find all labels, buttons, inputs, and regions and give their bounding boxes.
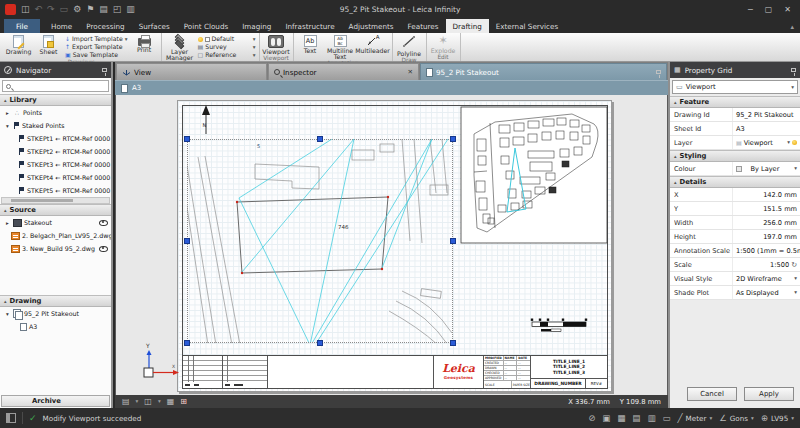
property-row-layer[interactable]: Layer ▤ Viewport ▾ — [670, 136, 800, 150]
ribbon-tab-point-clouds[interactable]: Point Clouds — [177, 19, 235, 33]
tab-view[interactable]: View — [116, 63, 267, 80]
survey-layer-row[interactable]: ▤ Survey ▾ — [198, 44, 256, 51]
tree-item-stkept4[interactable]: STKEPt4 ← RTCM-Ref 0000 (07/10/ — [0, 171, 111, 184]
grid-icon[interactable]: ▦ — [617, 413, 625, 423]
section-styling[interactable]: ▴ Styling — [670, 150, 800, 162]
chevron-down-icon[interactable]: ▾ — [158, 399, 161, 404]
source-item-newbuild-dwg[interactable]: 3. New_Build 95_2.dwg — [0, 242, 111, 255]
chevron-down-icon[interactable]: ▾ — [787, 140, 790, 145]
ribbon-tab-drafting[interactable]: Drafting — [446, 19, 489, 33]
viewport-handle-e[interactable] — [450, 238, 456, 244]
tree-item-staked-points[interactable]: ▾ Staked Points — [0, 119, 111, 132]
print-button[interactable]: Print — [131, 34, 158, 53]
apply-button[interactable]: Apply — [744, 387, 794, 401]
layer-manager-button[interactable]: Layer Manager — [165, 34, 195, 61]
property-row-shade-plot[interactable]: Shade Plot As Displayed ▾ — [670, 286, 800, 300]
tree-item-points[interactable]: ▸ ∴ Points — [0, 106, 111, 119]
tag-icon[interactable]: ⚑ — [86, 4, 94, 15]
viewport-handle-ne[interactable] — [450, 136, 456, 142]
a3-sheet[interactable]: N — [177, 100, 612, 392]
cancel-button[interactable]: Cancel — [687, 387, 737, 401]
multiline-text-button[interactable]: AbBc Multiline Text — [327, 34, 354, 60]
maximize-button[interactable]: ▢ — [765, 5, 773, 14]
chevron-down-icon[interactable]: ▾ — [794, 166, 797, 171]
drawing-item-stakeout[interactable]: ▾ 95_2 Pit Stakeout — [0, 307, 111, 320]
tab-inspector[interactable]: Inspector ✕ — [268, 63, 419, 80]
panel-toggle-icon[interactable] — [6, 413, 16, 423]
image-icon[interactable]: ▣ — [602, 413, 610, 423]
viewport-handle-se[interactable] — [450, 340, 456, 346]
default-layer-row[interactable]: Default ▾ — [198, 36, 256, 43]
section-library[interactable]: ▴ Library — [0, 94, 111, 106]
viewport-handle-w[interactable] — [184, 238, 190, 244]
property-row-width[interactable]: Width 256.0 mm — [670, 216, 800, 230]
property-target-select[interactable]: ▭ Viewport ▾ — [672, 80, 798, 94]
property-row-y[interactable]: Y 151.5 mm — [670, 202, 800, 216]
close-tab-icon[interactable]: ✕ — [408, 68, 413, 76]
ribbon-tab-infrastructure[interactable]: Infrastructure — [278, 19, 341, 33]
property-row-annotation-scale[interactable]: Annotation Scale 1:500 (1mm = 0.5m) ▾ — [670, 244, 800, 258]
chevron-down-icon[interactable]: ▾ — [136, 399, 139, 404]
polyline-button[interactable]: Polyline — [396, 34, 423, 57]
section-details[interactable]: ▴ Details — [670, 176, 800, 188]
navigator-search-input[interactable] — [2, 80, 109, 92]
report-icon[interactable]: ▤ — [99, 4, 108, 15]
viewport-button[interactable]: Viewport — [263, 34, 290, 55]
section-source[interactable]: ▴ Source — [0, 204, 111, 216]
drawing-item-a3[interactable]: A3 — [0, 320, 111, 333]
ribbon-tab-adjustments[interactable]: Adjustments — [342, 19, 401, 33]
viewport-handle-nw[interactable] — [184, 136, 190, 142]
crs-selector[interactable]: ⊕ LV95 ▾ — [761, 413, 794, 423]
expand-icon[interactable]: ▸ — [4, 110, 11, 116]
ucs-tool-icon[interactable]: ◫ — [144, 397, 152, 407]
export-template-button[interactable]: ↑ Export Template — [65, 44, 128, 51]
viewport-handle-n[interactable] — [317, 136, 323, 142]
property-row-colour[interactable]: Colour By Layer ▾ — [670, 162, 800, 176]
section-feature[interactable]: ▴ Feature — [670, 96, 800, 108]
tab-pit-stakeout[interactable]: 95_2 Pit Stakeout — [420, 63, 667, 80]
source-item-stakeout[interactable]: ▸ Stakeout — [0, 216, 111, 229]
bulb-icon[interactable] — [792, 140, 797, 145]
layout-tool-icon[interactable]: ▤ — [122, 397, 130, 407]
chevron-down-icon[interactable]: ▾ — [794, 276, 797, 281]
visibility-eye-icon[interactable] — [99, 246, 108, 252]
tree-item-stkept3[interactable]: STKEPt3 ← RTCM-Ref 0000 (07/10/ — [0, 158, 111, 171]
ribbon-tab-external-services[interactable]: External Services — [489, 19, 565, 33]
text-button[interactable]: Ab Text — [297, 34, 324, 54]
viewport-handle-sw[interactable] — [184, 340, 190, 346]
expand-icon[interactable]: ▸ — [4, 220, 11, 226]
property-row-height[interactable]: Height 197.0 mm — [670, 230, 800, 244]
drawing-canvas[interactable]: N — [115, 95, 668, 395]
redo-icon[interactable]: ↷ — [47, 4, 55, 15]
tree-item-stkept1[interactable]: STKEPt1 ← RTCM-Ref 0000 (07/10/ — [0, 132, 111, 145]
archive-icon[interactable]: ◰ — [113, 4, 122, 15]
collapse-icon[interactable]: ▾ — [4, 123, 11, 129]
angle-unit-selector[interactable]: ∠ Gons ▾ — [719, 413, 754, 423]
print-preview-icon[interactable]: ▥ — [126, 4, 135, 15]
multileader-button[interactable]: A Multileader — [357, 34, 389, 54]
no-sign-icon[interactable]: ⊘ — [588, 413, 595, 423]
save-icon[interactable]: ◫ — [21, 4, 30, 15]
pin-icon[interactable] — [656, 70, 661, 74]
sheet-tab-a3[interactable]: A3 — [115, 80, 668, 95]
delete-icon[interactable]: ▭ — [60, 4, 69, 15]
folder-icon[interactable]: ▭ — [662, 413, 670, 423]
tree-item-stkept2[interactable]: STKEPt2 ← RTCM-Ref 0000 (07/10/ — [0, 145, 111, 158]
property-row-x[interactable]: X 142.0 mm — [670, 188, 800, 202]
default-layer-checkbox[interactable] — [205, 37, 210, 42]
distance-unit-selector[interactable]: ╱ Meter ▾ — [677, 413, 712, 423]
collapse-icon[interactable]: ▾ — [4, 311, 11, 317]
scale-link-icon[interactable]: ↻ — [791, 261, 797, 269]
snap-toggle-icon[interactable]: ⊞ — [180, 397, 187, 407]
ribbon-tab-home[interactable]: Home — [44, 19, 79, 33]
property-row-scale[interactable]: Scale 1:500 ↻ — [670, 258, 800, 272]
chevron-down-icon[interactable]: ▾ — [794, 290, 797, 295]
horizontal-scrollbar[interactable] — [1, 197, 110, 204]
chart-icon[interactable]: ▥ — [647, 413, 655, 423]
pin-icon[interactable] — [791, 68, 796, 72]
drawing-button[interactable]: Drawing — [5, 34, 32, 55]
import-template-button[interactable]: ↓ Import Template ▾ — [65, 36, 128, 43]
close-button[interactable]: ✕ — [784, 5, 791, 14]
minimize-button[interactable]: ─ — [748, 5, 753, 14]
ribbon-tab-processing[interactable]: Processing — [79, 19, 131, 33]
